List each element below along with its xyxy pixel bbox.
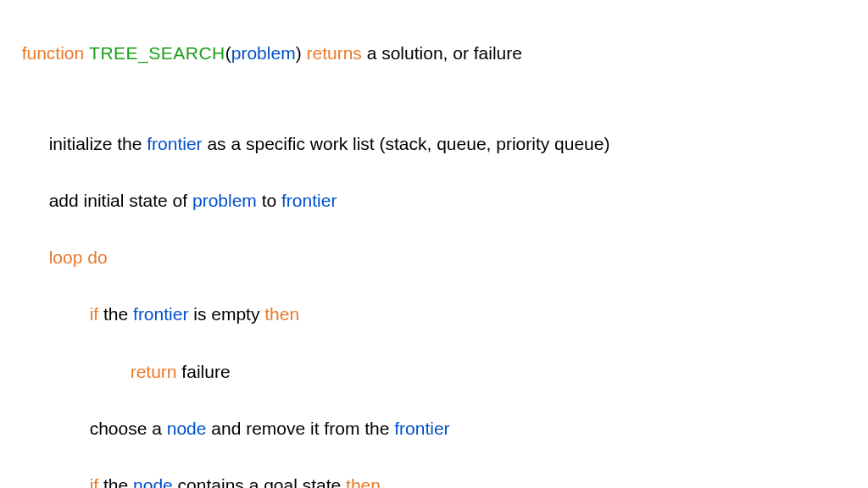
text: as a specific work list (stack, queue, p… [203, 134, 610, 153]
pseudocode-line: loop do [12, 215, 856, 272]
pseudocode-line: return failure [12, 329, 856, 385]
signature-tail: a solution, or failure [362, 43, 522, 63]
keyword-if: if [90, 475, 99, 488]
keyword-then: then [346, 475, 381, 488]
var-node: node [167, 419, 207, 438]
text: is empty [188, 304, 264, 324]
pseudocode-line: initialize the frontier as a specific wo… [12, 101, 856, 158]
var-frontier: frontier [394, 419, 449, 438]
text: choose a [90, 419, 167, 438]
keyword-loop-do: loop do [49, 247, 108, 267]
pseudocode-signature: function TREE_SEARCH(problem) returns a … [12, 10, 856, 67]
keyword-return: return [131, 362, 177, 381]
pseudocode-line: if the frontier is empty then [12, 272, 856, 329]
var-node: node [133, 475, 173, 488]
var-frontier: frontier [133, 304, 188, 324]
keyword-function: function [22, 43, 89, 63]
text: failure [177, 362, 231, 381]
text: contains a goal state [173, 475, 346, 488]
function-name: TREE_SEARCH [89, 43, 225, 63]
keyword-if: if [90, 304, 99, 324]
param-problem: problem [231, 43, 296, 63]
text: to [257, 191, 281, 210]
text: and remove it from the [206, 419, 394, 438]
pseudocode-line: choose a node and remove it from the fro… [12, 385, 856, 442]
var-problem: problem [192, 191, 257, 210]
text: add initial state of [49, 191, 192, 210]
text: initialize the [49, 134, 147, 153]
pseudocode-line: if the node contains a goal state then [12, 442, 856, 488]
var-frontier: frontier [147, 134, 202, 153]
blank-line [12, 67, 856, 101]
pseudocode-line: add initial state of problem to frontier [12, 158, 856, 214]
keyword-returns: returns [306, 43, 361, 63]
text: the [98, 475, 133, 488]
rparen: ) [296, 43, 307, 63]
keyword-then: then [264, 304, 299, 324]
text: the [98, 304, 133, 324]
lparen: ( [225, 43, 231, 63]
var-frontier: frontier [281, 191, 337, 210]
